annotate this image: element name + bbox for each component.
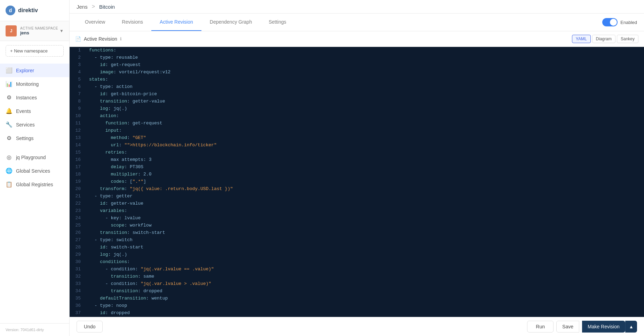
line-number: 35 (70, 295, 86, 302)
line-number: 34 (70, 288, 86, 295)
line-content: delay: PT30S (86, 164, 644, 171)
line-content: - type: noop (86, 302, 644, 310)
line-number: 4 (70, 69, 86, 76)
global-services-icon: 🌐 (6, 167, 13, 174)
line-number: 8 (70, 98, 86, 105)
line-content: function: get-request (86, 120, 644, 127)
bottom-right-actions: Run Save Make Revision ▲ (527, 321, 637, 333)
tab-active-revision[interactable]: Active Revision (151, 14, 201, 31)
sidebar-item-explorer[interactable]: ⬜ Explorer (0, 64, 69, 77)
line-content: id: dropped (86, 310, 644, 317)
logo-text: direktiv (18, 7, 38, 14)
code-line: 29 log: jq(.) (70, 251, 644, 259)
events-icon: 🔔 (6, 108, 13, 114)
run-button[interactable]: Run (527, 321, 554, 333)
sidebar-item-jq-playground[interactable]: ◎ jq Playground (0, 150, 69, 164)
code-line: 30 conditions: (70, 259, 644, 266)
instances-icon: ⚙ (6, 94, 13, 101)
code-line: 11 function: get-request (70, 120, 644, 127)
make-revision-expand-button[interactable]: ▲ (625, 321, 637, 333)
code-line: 34 transition: dropped (70, 288, 644, 295)
enabled-toggle[interactable] (602, 18, 618, 26)
undo-button[interactable]: Undo (77, 321, 103, 333)
line-number: 26 (70, 229, 86, 237)
code-editor[interactable]: 1functions:2 - type: reusable3 id: get-r… (70, 47, 644, 317)
sidebar-item-settings[interactable]: ⚙ Settings (0, 131, 69, 145)
sidebar-item-monitoring[interactable]: 📊 Monitoring (0, 77, 69, 91)
sidebar-item-global-registries[interactable]: 📋 Global Registries (0, 178, 69, 191)
line-number: 14 (70, 142, 86, 149)
editor-title-text: Active Revision (84, 36, 117, 42)
toggle-label: Enabled (620, 20, 637, 25)
code-line: 13 method: "GET" (70, 134, 644, 142)
code-line: 36 - type: noop (70, 302, 644, 310)
line-number: 24 (70, 215, 86, 222)
line-number: 5 (70, 76, 86, 83)
line-number: 25 (70, 222, 86, 229)
line-number: 9 (70, 105, 86, 113)
namespace-selector[interactable]: J ACTIVE NAMESPACE jens ▼ (0, 21, 69, 41)
main-content: Jens > Bitcoin Overview Revisions Active… (70, 0, 644, 336)
line-content: max attempts: 3 (86, 156, 644, 164)
tab-revisions[interactable]: Revisions (113, 14, 151, 31)
code-line: 1functions: (70, 47, 644, 54)
code-line: 6 - type: action (70, 83, 644, 91)
line-content: id: get-bitcoin-price (86, 91, 644, 98)
code-line: 22 id: getter-value (70, 200, 644, 207)
make-revision-button[interactable]: Make Revision (582, 321, 625, 333)
namespace-name: jens (20, 30, 59, 35)
line-number: 19 (70, 178, 86, 186)
line-number: 23 (70, 207, 86, 215)
code-line: 20 transform: "jq({ value: .return.body.… (70, 186, 644, 193)
code-line: 21 - type: getter (70, 193, 644, 200)
global-registries-icon: 📋 (6, 181, 13, 188)
code-line: 8 transition: getter-value (70, 98, 644, 105)
new-namespace-button[interactable]: + New namespace (6, 45, 64, 57)
code-line: 33 - condition: "jq(.var.lvalue > .value… (70, 280, 644, 288)
tab-settings[interactable]: Settings (260, 14, 295, 31)
namespace-avatar: J (6, 25, 17, 36)
sidebar-item-services[interactable]: 🔧 Services (0, 118, 69, 131)
tabs-bar: Overview Revisions Active Revision Depen… (70, 14, 644, 31)
line-content: - condition: "jq(.var.lvalue == .value)" (86, 266, 644, 273)
sidebar-item-global-services[interactable]: 🌐 Global Services (0, 164, 69, 178)
line-number: 15 (70, 149, 86, 156)
code-line: 10 action: (70, 113, 644, 120)
sidebar-item-label-events: Events (16, 108, 31, 114)
line-content: variables: (86, 207, 644, 215)
line-content: image: vorteil/request:v12 (86, 69, 644, 76)
sidebar-item-events[interactable]: 🔔 Events (0, 104, 69, 118)
logo: d direktiv (0, 0, 69, 21)
sidebar-item-label-instances: Instances (16, 95, 37, 100)
sidebar: d direktiv J ACTIVE NAMESPACE jens ▼ + N… (0, 0, 70, 336)
editor-toolbar: 📄 Active Revision ℹ YAML Diagram Sankey (70, 31, 644, 47)
jq-playground-icon: ◎ (6, 154, 13, 161)
sidebar-item-label-services: Services (16, 122, 35, 128)
line-number: 27 (70, 237, 86, 244)
line-number: 7 (70, 91, 86, 98)
tab-dependency-graph[interactable]: Dependency Graph (201, 14, 260, 31)
line-content: defaultTransition: wentup (86, 295, 644, 302)
code-line: 35 defaultTransition: wentup (70, 295, 644, 302)
save-button[interactable]: Save (556, 321, 579, 333)
code-line: 3 id: get-request (70, 62, 644, 69)
sidebar-item-instances[interactable]: ⚙ Instances (0, 91, 69, 104)
code-line: 9 log: jq(.) (70, 105, 644, 113)
line-content: codes: [".*"] (86, 178, 644, 186)
code-line: 2 - type: reusable (70, 54, 644, 62)
code-line: 26 transition: switch-start (70, 229, 644, 237)
services-icon: 🔧 (6, 121, 13, 128)
line-number: 36 (70, 302, 86, 310)
line-content: - type: action (86, 83, 644, 91)
editor-file-icon: 📄 (75, 36, 81, 42)
bottom-bar: Undo Run Save Make Revision ▲ (70, 317, 644, 336)
line-number: 11 (70, 120, 86, 127)
view-btn-sankey[interactable]: Sankey (617, 35, 638, 43)
line-number: 37 (70, 310, 86, 317)
line-number: 20 (70, 186, 86, 193)
tab-overview[interactable]: Overview (77, 14, 113, 31)
line-number: 21 (70, 193, 86, 200)
view-btn-diagram[interactable]: Diagram (592, 35, 615, 43)
view-btn-yaml[interactable]: YAML (572, 35, 591, 43)
line-number: 29 (70, 251, 86, 259)
